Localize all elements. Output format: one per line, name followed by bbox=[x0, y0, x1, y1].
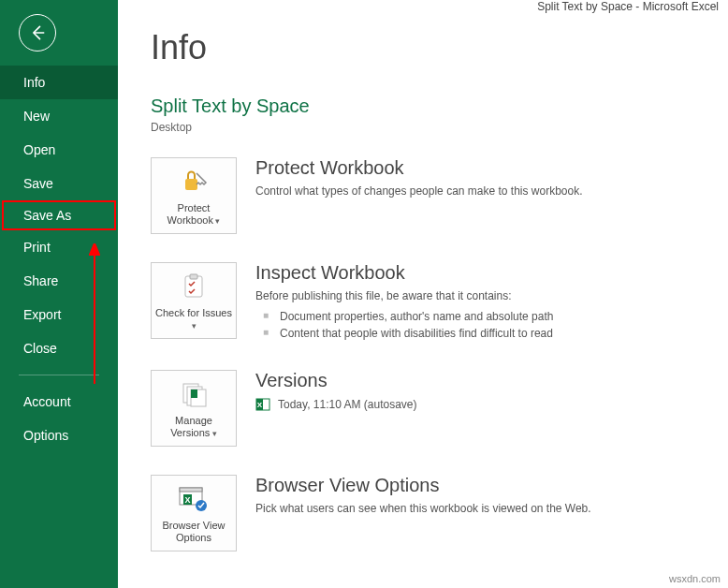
chevron-down-icon: ▾ bbox=[213, 216, 221, 226]
browser-view-section: X Browser View Options Browser View Opti… bbox=[151, 475, 695, 551]
protect-workbook-tile[interactable]: Protect Workbook ▾ bbox=[151, 157, 237, 234]
svg-rect-2 bbox=[190, 274, 197, 279]
protect-desc: Control what types of changes people can… bbox=[255, 184, 695, 198]
document-location: Desktop bbox=[151, 121, 695, 134]
browser-view-icon: X bbox=[178, 482, 210, 516]
sidebar-item-print[interactable]: Print bbox=[0, 230, 118, 264]
sidebar-item-close[interactable]: Close bbox=[0, 331, 118, 365]
version-entry[interactable]: X Today, 11:10 AM (autosave) bbox=[255, 397, 695, 412]
tile-label: Check for Issues bbox=[155, 307, 232, 318]
versions-section: Manage Versions ▾ Versions X Today, 11:1… bbox=[151, 370, 695, 447]
svg-text:X: X bbox=[184, 495, 190, 505]
sidebar-item-options[interactable]: Options bbox=[0, 419, 118, 452]
protect-section: Protect Workbook ▾ Protect Workbook Cont… bbox=[151, 157, 695, 234]
svg-text:X: X bbox=[257, 401, 263, 409]
protect-title: Protect Workbook bbox=[255, 157, 695, 179]
svg-rect-6 bbox=[191, 390, 197, 398]
svg-rect-0 bbox=[185, 179, 197, 190]
lock-key-icon bbox=[180, 165, 208, 198]
versions-title: Versions bbox=[255, 370, 695, 391]
sidebar-item-new[interactable]: New bbox=[0, 99, 118, 133]
browser-view-tile[interactable]: X Browser View Options bbox=[151, 475, 237, 551]
backstage-sidebar: Info New Open Save Save As Print Share E… bbox=[0, 0, 118, 588]
sidebar-item-save[interactable]: Save bbox=[0, 167, 118, 200]
inspect-desc: Before publishing this file, be aware th… bbox=[255, 289, 695, 302]
versions-icon bbox=[180, 377, 208, 411]
sidebar-item-save-as[interactable]: Save As bbox=[2, 200, 116, 230]
check-issues-tile[interactable]: Check for Issues ▾ bbox=[151, 262, 237, 339]
document-title: Split Text by Space bbox=[151, 96, 695, 117]
main-content: Info Split Text by Space Desktop Protect… bbox=[118, 0, 728, 588]
inspect-section: Check for Issues ▾ Inspect Workbook Befo… bbox=[151, 262, 695, 342]
inspect-title: Inspect Workbook bbox=[255, 262, 695, 284]
manage-versions-tile[interactable]: Manage Versions ▾ bbox=[151, 370, 237, 447]
sidebar-item-open[interactable]: Open bbox=[0, 133, 118, 167]
inspect-bullet: Content that people with disabilities fi… bbox=[255, 325, 695, 342]
page-heading: Info bbox=[151, 28, 695, 67]
back-button[interactable] bbox=[19, 14, 56, 51]
sidebar-item-info[interactable]: Info bbox=[0, 66, 118, 99]
browser-title: Browser View Options bbox=[255, 475, 695, 496]
browser-desc: Pick what users can see when this workbo… bbox=[255, 502, 695, 515]
sidebar-item-share[interactable]: Share bbox=[0, 264, 118, 298]
sidebar-divider bbox=[19, 375, 99, 375]
app-container: Info New Open Save Save As Print Share E… bbox=[0, 0, 728, 588]
inspect-bullets: Document properties, author's name and a… bbox=[255, 308, 695, 342]
tile-label: Manage Versions bbox=[170, 415, 212, 438]
inspect-bullet: Document properties, author's name and a… bbox=[255, 308, 695, 325]
excel-file-icon: X bbox=[255, 397, 270, 412]
tile-label: Browser View Options bbox=[162, 520, 225, 543]
tile-label: Protect Workbook bbox=[167, 202, 213, 226]
sidebar-item-export[interactable]: Export bbox=[0, 298, 118, 331]
sidebar-item-account[interactable]: Account bbox=[0, 385, 118, 419]
watermark: wsxdn.com bbox=[669, 573, 721, 584]
chevron-down-icon: ▾ bbox=[210, 429, 217, 438]
back-arrow-icon bbox=[28, 23, 47, 42]
version-text: Today, 11:10 AM (autosave) bbox=[278, 398, 417, 411]
svg-rect-11 bbox=[180, 488, 202, 492]
chevron-down-icon: ▾ bbox=[192, 321, 197, 331]
checklist-icon bbox=[180, 270, 208, 303]
